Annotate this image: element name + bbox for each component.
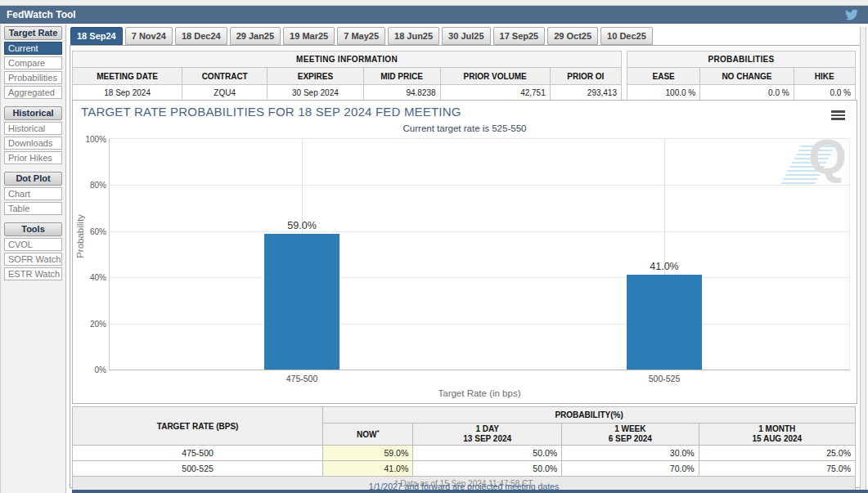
now-label: NOW	[357, 431, 376, 440]
one-month-label: 1 MONTH	[700, 424, 854, 434]
sidebar-item-compare[interactable]: Compare	[4, 56, 62, 69]
target-rate-probability-chart: TARGET RATE PROBABILITIES FOR 18 SEP 202…	[72, 100, 857, 404]
tab-29-jan25[interactable]: 29 Jan25	[230, 27, 281, 45]
plot-area: 100% 80% 60% 40% 20% 0% 59.0% 41.0% 475-…	[109, 138, 850, 370]
col-prior-oi: PRIOR OI	[550, 68, 621, 85]
expires-value: 30 Sep 2024	[268, 85, 363, 101]
col-hike: HIKE	[794, 68, 855, 85]
sidebar-item-chart[interactable]: Chart	[4, 187, 62, 200]
app-bar: FedWatch Tool	[0, 6, 868, 24]
gridline-60	[110, 231, 849, 232]
one-month-date: 15 AUG 2024	[700, 434, 854, 444]
one-day-cell: 50.0%	[413, 446, 562, 461]
sidebar: Target Rate Current Compare Probabilitie…	[0, 25, 66, 493]
tab-17-sep25[interactable]: 17 Sep25	[493, 27, 546, 45]
tab-30-jul25[interactable]: 30 Jul25	[442, 27, 490, 45]
col-no-change: NO CHANGE	[700, 68, 794, 85]
bar-475-500[interactable]: 59.0%	[264, 234, 340, 370]
next-section-header-strip	[72, 490, 868, 493]
one-week-label: 1 WEEK	[563, 424, 697, 434]
sidebar-item-prior-hikes[interactable]: Prior Hikes	[4, 151, 62, 164]
prior-oi-value: 293,413	[550, 85, 621, 101]
one-day-cell: 50.0%	[413, 461, 562, 477]
col-meeting-date: MEETING DATE	[73, 68, 182, 85]
meeting-info-title: MEETING INFORMATION	[73, 52, 622, 68]
one-month-cell: 25.0%	[699, 446, 855, 461]
no-change-value: 0.0 %	[700, 85, 794, 101]
sidebar-item-probabilities[interactable]: Probabilities	[4, 71, 62, 84]
xtick-500-525: 500-525	[649, 374, 681, 383]
vertical-scrollbar[interactable]	[860, 27, 866, 493]
probabilities-summary-table: PROBABILITIES EASE NO CHANGE HIKE 100.0 …	[627, 51, 856, 101]
ytick-80: 80%	[75, 181, 106, 190]
ytick-100: 100%	[75, 135, 106, 144]
x-axis-label: Target Rate (in bps)	[110, 388, 849, 398]
col-mid-price: MID PRICE	[363, 68, 440, 85]
ytick-60: 60%	[75, 227, 106, 236]
ease-value: 100.0 %	[627, 85, 700, 101]
meeting-date-tabs: 18 Sep24 7 Nov24 18 Dec24 29 Jan25 19 Ma…	[70, 27, 653, 45]
sidebar-item-estr-watch[interactable]: ESTR Watch	[4, 267, 62, 280]
sidebar-item-aggregated[interactable]: Aggregated	[4, 86, 62, 99]
twitter-bird-icon[interactable]	[845, 8, 858, 21]
col-contract: CONTRACT	[182, 68, 268, 85]
prior-volume-value: 42,751	[440, 85, 550, 101]
tab-19-mar25[interactable]: 19 Mar25	[283, 27, 335, 45]
tab-7-may25[interactable]: 7 May25	[337, 27, 385, 45]
gridline-80	[110, 185, 849, 186]
col-1-month: 1 MONTH 15 AUG 2024	[699, 424, 855, 446]
one-week-cell: 70.0%	[562, 461, 699, 477]
one-day-label: 1 DAY	[414, 424, 560, 434]
col-now: NOW*	[323, 424, 413, 446]
tab-29-oct25[interactable]: 29 Oct25	[547, 27, 598, 45]
tab-18-sep24[interactable]: 18 Sep24	[70, 27, 123, 45]
gridline-40	[110, 277, 849, 278]
ytick-20: 20%	[75, 320, 106, 329]
window-top-strip	[0, 0, 868, 6]
one-month-cell: 75.0%	[699, 461, 855, 477]
col-expires: EXPIRES	[268, 68, 363, 85]
sidebar-item-cvol[interactable]: CVOL	[4, 238, 62, 251]
tab-18-dec24[interactable]: 18 Dec24	[175, 27, 227, 45]
chart-menu-icon[interactable]	[831, 110, 845, 122]
now-cell: 59.0%	[323, 446, 413, 461]
hike-value: 0.0 %	[794, 85, 855, 101]
contract-value: ZQU4	[182, 85, 268, 101]
col-target-rate-bps: TARGET RATE (BPS)	[73, 407, 323, 446]
xtick-475-500: 475-500	[286, 374, 318, 383]
sidebar-item-current[interactable]: Current	[4, 42, 62, 55]
tab-7-nov24[interactable]: 7 Nov24	[125, 27, 173, 45]
tab-18-jun25[interactable]: 18 Jun25	[388, 27, 439, 45]
rate-cell: 500-525	[73, 461, 323, 477]
sidebar-header-tools: Tools	[4, 222, 62, 236]
tab-10-dec25[interactable]: 10 Dec25	[600, 27, 653, 45]
one-week-date: 6 SEP 2024	[563, 434, 697, 444]
bar-value-label: 59.0%	[287, 220, 316, 231]
now-asterisk: *	[376, 428, 379, 436]
bar-500-525[interactable]: 41.0%	[627, 275, 702, 370]
sidebar-item-historical[interactable]: Historical	[4, 122, 62, 135]
sidebar-item-table[interactable]: Table	[4, 202, 62, 215]
app-title: FedWatch Tool	[7, 6, 76, 24]
sidebar-header-dot-plot: Dot Plot	[4, 172, 62, 186]
col-1-week: 1 WEEK 6 SEP 2024	[562, 424, 699, 446]
meeting-info-row: 18 Sep 2024 ZQU4 30 Sep 2024 94.8238 42,…	[73, 85, 622, 101]
bar-value-label: 41.0%	[650, 261, 678, 272]
mid-price-value: 94.8238	[363, 85, 440, 101]
one-day-date: 13 SEP 2024	[414, 434, 560, 444]
probabilities-title: PROBABILITIES	[627, 52, 856, 68]
col-1-day: 1 DAY 13 SEP 2024	[413, 424, 562, 446]
now-cell: 41.0%	[323, 461, 413, 477]
meeting-information-table: MEETING INFORMATION MEETING DATE CONTRAC…	[72, 51, 622, 101]
one-week-cell: 30.0%	[562, 446, 699, 461]
sidebar-item-downloads[interactable]: Downloads	[4, 137, 62, 150]
y-axis-label: Probability	[75, 214, 85, 258]
col-prior-volume: PRIOR VOLUME	[440, 68, 550, 85]
sidebar-header-historical: Historical	[4, 106, 62, 120]
sidebar-header-target-rate: Target Rate	[4, 26, 62, 40]
gridline-20	[110, 324, 849, 325]
rate-cell: 475-500	[73, 446, 323, 461]
table-row: 500-525 41.0% 50.0% 70.0% 75.0%	[73, 461, 856, 477]
sidebar-item-sofr-watch[interactable]: SOFR Watch	[4, 253, 62, 266]
table-row: 475-500 59.0% 50.0% 30.0% 25.0%	[73, 446, 856, 461]
